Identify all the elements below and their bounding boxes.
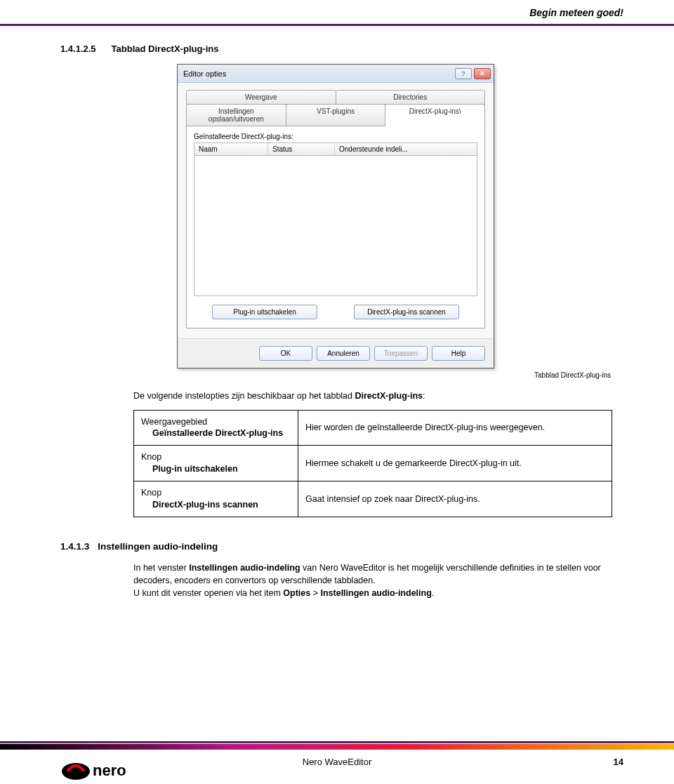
scan-plugins-button[interactable]: DirectX-plug-ins scannen: [354, 305, 459, 319]
plugin-list[interactable]: [194, 156, 477, 296]
dialog-footer-buttons: OK Annuleren Toepassen Help: [178, 338, 494, 368]
panel-buttons: Plug-in uitschakelen DirectX-plug-ins sc…: [194, 305, 477, 319]
ok-button[interactable]: OK: [259, 346, 312, 361]
cancel-button[interactable]: Annuleren: [317, 346, 370, 361]
table-row: Knop DirectX-plug-ins scannen Gaat inten…: [134, 481, 612, 517]
tab-vst[interactable]: VST-plugins: [286, 104, 386, 126]
tab-weergave[interactable]: Weergave: [186, 90, 336, 105]
dialog-titlebar: Editor opties ? ✕: [178, 65, 494, 83]
intro-suffix: :: [423, 391, 425, 401]
s2-p1-a: In het venster: [133, 563, 189, 573]
footer-gradient: [0, 744, 674, 750]
tab-directx[interactable]: DirectX-plug-ins\: [385, 104, 485, 126]
row2-left: Knop Plug-in uitschakelen: [134, 446, 298, 481]
s2-p2-b2: Instellingen audio-indeling: [320, 588, 431, 598]
section2-body: In het venster Instellingen audio-indeli…: [133, 562, 614, 599]
col-naam[interactable]: Naam: [194, 143, 268, 155]
figure-caption: Tabblad DirectX-plug-ins: [60, 371, 611, 379]
s2-p2-a: U kunt dit venster openen via het item: [133, 588, 283, 598]
tab-row-1: Weergave Directories: [186, 90, 485, 105]
dialog-title: Editor opties: [183, 69, 226, 78]
section-heading: 1.4.1.2.5 Tabblad DirectX-plug-ins: [60, 44, 614, 54]
window-controls: ? ✕: [455, 68, 491, 79]
s2-p2-b1: Opties: [283, 588, 310, 598]
section-2: 1.4.1.3 Instellingen audio-indeling In h…: [60, 541, 614, 599]
intro-prefix: De volgende instelopties zijn beschikbaa…: [133, 391, 355, 401]
table-row: Knop Plug-in uitschakelen Hiermee schake…: [134, 446, 612, 481]
s2-p2-end: .: [432, 588, 434, 598]
row2-label: Knop: [141, 452, 161, 462]
row2-right: Hiermee schakelt u de gemarkeerde Direct…: [298, 446, 612, 481]
apply-button[interactable]: Toepassen: [374, 346, 428, 361]
intro-paragraph: De volgende instelopties zijn beschikbaa…: [133, 390, 614, 403]
footer-page-number: 14: [614, 757, 623, 767]
disable-plugin-button[interactable]: Plug-in uitschakelen: [212, 305, 317, 319]
footer-center-text: Nero WaveEditor: [0, 757, 674, 767]
row3-label: Knop: [141, 488, 161, 498]
dialog-body: Weergave Directories Instellingen opslaa…: [178, 83, 494, 338]
section2-number: 1.4.1.3: [60, 541, 89, 552]
section-title: Tabblad DirectX-plug-ins: [112, 44, 219, 54]
page-content: 1.4.1.2.5 Tabblad DirectX-plug-ins Edito…: [60, 44, 614, 599]
row3-bold: DirectX-plug-ins scannen: [152, 499, 291, 511]
header-rule: [0, 24, 674, 26]
intro-bold: DirectX-plug-ins: [355, 391, 423, 401]
section2-title: Instellingen audio-indeling: [98, 541, 218, 552]
row1-right: Hier worden de geïnstalleerde DirectX-pl…: [298, 410, 612, 446]
close-icon[interactable]: ✕: [474, 68, 491, 79]
tab-opslaan[interactable]: Instellingen opslaan/uitvoeren: [186, 104, 286, 126]
s2-p1-bold: Instellingen audio-indeling: [189, 563, 300, 573]
panel-label: Geïnstalleerde DirectX-plug-ins:: [194, 133, 477, 140]
row3-left: Knop DirectX-plug-ins scannen: [134, 481, 298, 517]
definitions-table: Weergavegebied Geïnstalleerde DirectX-pl…: [133, 410, 612, 517]
row1-left: Weergavegebied Geïnstalleerde DirectX-pl…: [134, 410, 298, 446]
tab-row-2: Instellingen opslaan/uitvoeren VST-plugi…: [186, 104, 485, 126]
editor-options-dialog: Editor opties ? ✕ Weergave Directories I…: [177, 64, 494, 368]
row2-bold: Plug-in uitschakelen: [152, 463, 291, 475]
row3-right: Gaat intensief op zoek naar DirectX-plug…: [298, 481, 612, 517]
tab-directories[interactable]: Directories: [336, 90, 486, 105]
page-header-right: Begin meteen goed!: [529, 7, 623, 18]
help-icon[interactable]: ?: [455, 68, 472, 79]
tab-panel-directx: Geïnstalleerde DirectX-plug-ins: Naam St…: [186, 126, 485, 328]
table-row: Weergavegebied Geïnstalleerde DirectX-pl…: [134, 410, 612, 446]
row1-label: Weergavegebied: [141, 417, 207, 427]
row1-bold: Geïnstalleerde DirectX-plug-ins: [152, 427, 291, 439]
list-header: Naam Status Ondersteunde indeli...: [194, 142, 477, 156]
section-number: 1.4.1.2.5: [60, 44, 96, 54]
col-status[interactable]: Status: [268, 143, 335, 155]
help-button[interactable]: Help: [432, 346, 485, 361]
s2-p2-mid: >: [310, 588, 320, 598]
section2-heading: 1.4.1.3 Instellingen audio-indeling: [60, 541, 614, 552]
footer-rule: [0, 741, 674, 743]
col-ondersteunde[interactable]: Ondersteunde indeli...: [335, 143, 477, 155]
